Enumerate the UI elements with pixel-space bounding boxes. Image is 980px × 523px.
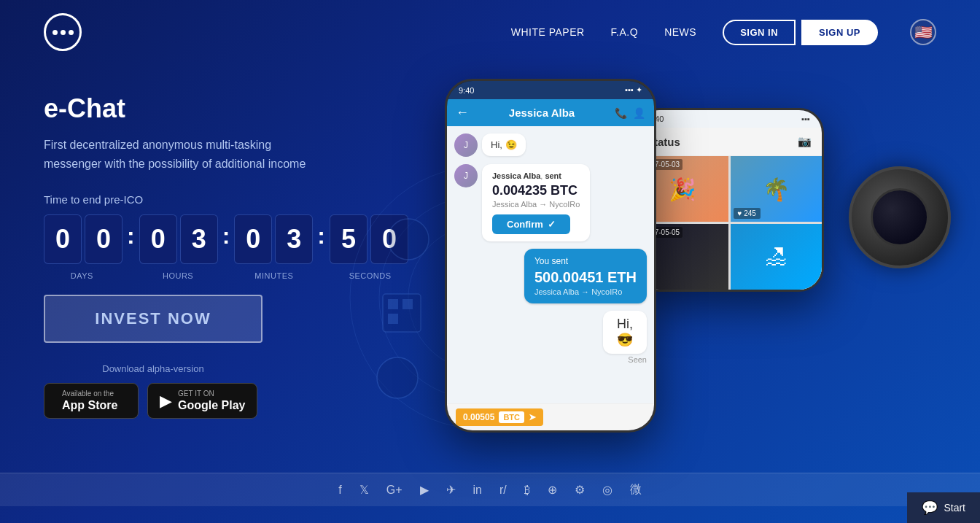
download-label: Download alpha-version <box>44 363 262 374</box>
app-title: e-Chat <box>44 93 408 124</box>
phone2-signal: ▪▪▪ <box>801 115 810 123</box>
phone-secondary: 9:40 ▪▪▪ Status 📷 2017-05-03 🎉 ♥ <box>634 108 824 292</box>
chat-contact-name: Jessica Alba <box>475 106 609 119</box>
googleplus-icon[interactable]: G+ <box>386 484 402 497</box>
reddit-icon[interactable]: r/ <box>499 484 507 497</box>
svg-rect-5 <box>388 299 398 309</box>
payment-route: Jessica Alba → NycoIRo <box>492 200 580 209</box>
camera-icon[interactable]: 📷 <box>798 135 812 148</box>
phone-signal: ▪▪▪ ✦ <box>625 85 642 95</box>
payment-bubble: Jessica Alba, sent 0.004235 BTC Jessica … <box>482 164 590 241</box>
nav-white-paper[interactable]: WHITE PAPER <box>511 26 585 38</box>
bubble-1: Hi, 😉 <box>482 133 526 156</box>
app-subtitle: First decentralized anonymous multi-task… <box>44 136 321 173</box>
payment-amount: 0.004235 BTC <box>492 183 580 198</box>
hours-tens: 0 <box>139 214 177 264</box>
nav-faq[interactable]: F.A.Q <box>611 26 639 38</box>
nav-auth: SIGN IN SIGN UP <box>723 20 878 45</box>
youtube-icon[interactable]: ▶ <box>420 483 429 497</box>
appstore-label-big: App Store <box>62 398 117 412</box>
minutes-ones: 3 <box>275 214 313 264</box>
sep-3: : <box>317 222 325 257</box>
sent-bubble: You sent 500.00451 ETH Jessica Alba → Ny… <box>524 249 647 303</box>
emoji-bubble: Hi, 😎 <box>603 311 647 354</box>
sent-amount: 500.00451 ETH <box>534 269 637 286</box>
seen-indicator: Seen <box>628 355 647 364</box>
status-grid: 2017-05-03 🎉 ♥ 245 🌴 2017-05-05 <box>637 156 822 290</box>
signin-button[interactable]: SIGN IN <box>723 20 796 45</box>
chat-header: ← Jessica Alba 📞 👤 <box>447 99 654 126</box>
hero-right: 9:40 ▪▪▪ ✦ ← Jessica Alba 📞 👤 J Hi, 😉 <box>408 79 936 473</box>
status-cell-4: 🏖 <box>731 224 822 290</box>
chat-msg-2: J Jessica Alba, sent 0.004235 BTC Jessic… <box>454 164 647 241</box>
sep-1: : <box>127 222 135 257</box>
phone-main: 9:40 ▪▪▪ ✦ ← Jessica Alba 📞 👤 J Hi, 😉 <box>445 79 656 433</box>
chat-widget-label: Start <box>944 502 965 514</box>
language-flag[interactable]: 🇺🇸 <box>910 19 936 45</box>
avatar-1: J <box>454 133 478 157</box>
send-arrow-icon[interactable]: ➤ <box>529 412 536 422</box>
twitter-icon[interactable]: 𝕏 <box>359 483 369 497</box>
steemit-icon[interactable]: ⊕ <box>548 483 557 497</box>
chat-msg-1: J Hi, 😉 <box>454 133 647 157</box>
instagram-icon[interactable]: ◎ <box>602 483 612 497</box>
svg-point-3 <box>388 219 429 260</box>
confirm-button[interactable]: Confirm ✓ <box>492 214 570 234</box>
logo-dot-2 <box>61 30 66 35</box>
navbar: WHITE PAPER F.A.Q NEWS SIGN IN SIGN UP 🇺… <box>0 0 980 64</box>
chat-widget[interactable]: 💬 Start <box>907 492 980 523</box>
googleplay-button[interactable]: ▶ GET IT ON Google Play <box>147 383 257 419</box>
camera-lens-inner <box>871 188 929 247</box>
status-cell-2: ♥ 245 🌴 <box>731 156 822 222</box>
invest-now-button[interactable]: INVEST NOW <box>44 295 262 343</box>
play-icon: ▶ <box>160 392 172 411</box>
googleplay-text: GET IT ON Google Play <box>178 390 245 412</box>
nav-news[interactable]: NEWS <box>664 26 696 38</box>
profile-icon[interactable]: 👤 <box>633 107 645 119</box>
camera-lens-decoration <box>849 166 951 268</box>
bottom-amount-value: 0.00505 <box>463 412 494 422</box>
likes-badge: ♥ 245 <box>734 208 761 219</box>
phone-bottom-bar: 0.00505 BTC ➤ <box>447 403 654 430</box>
call-icon[interactable]: 📞 <box>615 107 627 119</box>
chat-body: J Hi, 😉 J Jessica Alba, sent 0.004235 BT… <box>447 126 654 403</box>
svg-rect-6 <box>402 299 413 309</box>
logo-dots <box>52 30 74 35</box>
chat-action-icons: 📞 👤 <box>615 107 645 119</box>
check-icon: ✓ <box>548 219 556 230</box>
bottom-amount: 0.00505 BTC ➤ <box>456 408 543 426</box>
facebook-icon[interactable]: f <box>338 484 341 497</box>
chat-msg-3: Hi, 😎 Seen <box>454 311 647 364</box>
days-ones: 0 <box>85 214 122 264</box>
status-header: Status 📷 <box>637 128 822 156</box>
svg-rect-7 <box>388 314 398 324</box>
phone-time: 9:40 <box>459 86 474 95</box>
logo[interactable] <box>44 13 82 51</box>
wechat-icon[interactable]: 微 <box>630 482 642 497</box>
phone2-status-bar: 9:40 ▪▪▪ <box>637 110 822 128</box>
linkedin-icon[interactable]: in <box>473 484 482 497</box>
appstore-button[interactable]: Available on the App Store <box>44 383 139 419</box>
googleplay-label-big: Google Play <box>178 398 245 412</box>
telegram-icon[interactable]: ✈ <box>446 483 456 497</box>
back-icon[interactable]: ← <box>456 105 469 120</box>
sent-label: You sent <box>534 256 637 266</box>
appstore-label-small: Available on the <box>62 390 117 398</box>
hours-ones: 3 <box>180 214 218 264</box>
hero-section: e-Chat First decentralized anonymous mul… <box>0 64 980 473</box>
payment-sender: Jessica Alba, sent <box>492 171 580 180</box>
btc-badge: BTC <box>499 411 524 423</box>
bitcoin-icon[interactable]: ₿ <box>524 484 530 497</box>
chat-msg-sent: You sent 500.00451 ETH Jessica Alba → Ny… <box>454 249 647 303</box>
nav-links: WHITE PAPER F.A.Q NEWS SIGN IN SIGN UP 🇺… <box>511 19 936 45</box>
logo-dot-3 <box>69 30 74 35</box>
appstore-text: Available on the App Store <box>62 390 117 412</box>
svg-point-8 <box>377 357 418 398</box>
phone-status-bar: 9:40 ▪▪▪ ✦ <box>447 81 654 99</box>
chat-widget-icon: 💬 <box>922 500 938 516</box>
sep-2: : <box>222 222 230 257</box>
signup-button[interactable]: SIGN UP <box>801 20 878 45</box>
settings-icon[interactable]: ⚙ <box>575 483 585 497</box>
logo-icon <box>44 13 82 51</box>
avatar-2: J <box>454 164 478 187</box>
